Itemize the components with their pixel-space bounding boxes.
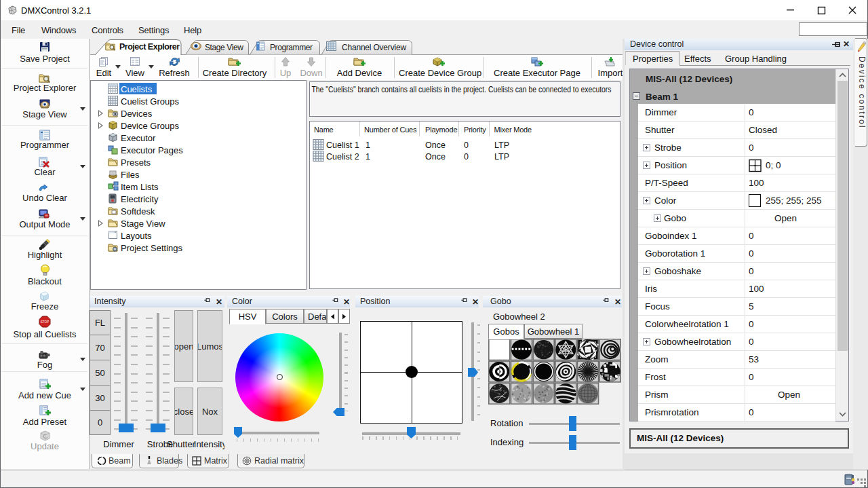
svg-text:STOP: STOP [41, 320, 49, 324]
